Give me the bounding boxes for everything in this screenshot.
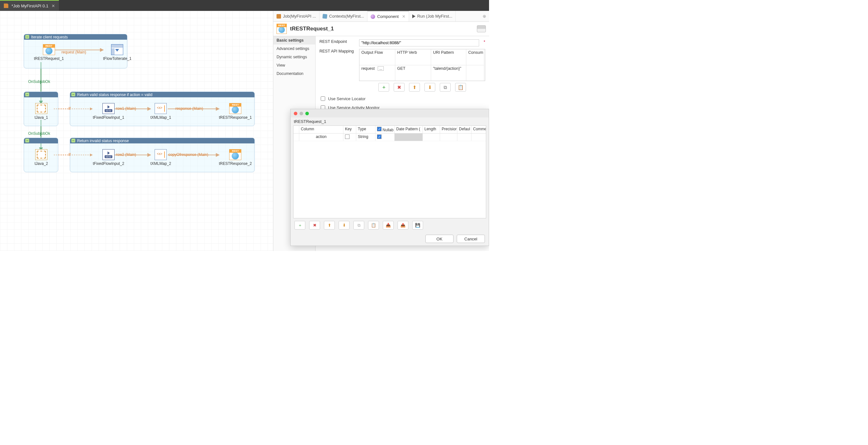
add-column-button[interactable]: ＋ — [294, 221, 305, 230]
paste-button[interactable]: 📋 — [368, 221, 379, 230]
job-canvas[interactable]: Iterate client requests tRESTRequest_1 t… — [0, 11, 273, 251]
nullable-cell[interactable] — [375, 134, 395, 141]
editor-tab-title: *Job MyFirstAPI 0.1 — [11, 3, 48, 8]
editor-tab-job[interactable]: *Job MyFirstAPI 0.1 ✕ — [0, 0, 59, 11]
paste-button[interactable]: 📋 — [455, 83, 466, 92]
import-button[interactable]: 📥 — [383, 221, 394, 230]
contexts-icon — [322, 14, 328, 19]
component-trestresponse-1[interactable]: tRESTResponse_1 — [219, 103, 252, 120]
nav-dynamic-settings[interactable]: Dynamic settings — [273, 53, 315, 61]
component-tjava-2[interactable]: tJava_2 — [35, 149, 48, 166]
nav-advanced-settings[interactable]: Advanced settings — [273, 44, 315, 53]
check-label: Use Service Locator — [328, 96, 366, 101]
tab-contexts[interactable]: Contexts(MyFirst... — [319, 11, 367, 22]
comment-cell[interactable] — [471, 134, 486, 141]
use-service-locator-row: Use Service Locator — [319, 95, 485, 102]
zoom-window-icon[interactable] — [305, 112, 309, 115]
rest-endpoint-input[interactable] — [359, 39, 479, 47]
component-tflowtoiterate-1[interactable]: tFlowToIterate_1 — [103, 44, 131, 61]
add-row-button[interactable]: ＋ — [378, 83, 389, 92]
table-cell[interactable]: "talend/{action}" — [431, 65, 466, 81]
job-icon — [4, 3, 8, 8]
component-label: tFixedFlowInput_2 — [93, 161, 124, 166]
table-header: Key — [343, 126, 356, 133]
move-down-button[interactable]: ⬇ — [425, 83, 435, 92]
table-cell[interactable]: request ... — [360, 65, 395, 81]
link-label-if-1: If — [68, 106, 71, 111]
table-header: HTTP Verb — [395, 49, 431, 65]
table-cell[interactable]: GET — [395, 65, 431, 81]
ellipsis-button[interactable]: ... — [378, 66, 384, 71]
api-mapping-table[interactable]: Output Flow HTTP Verb URI Pattern Consum… — [359, 49, 485, 81]
component-txmlmap-2[interactable]: tXMLMap_2 — [150, 149, 171, 166]
tab-component[interactable]: Component ✕ — [367, 11, 409, 22]
table-header: URI Pattern — [431, 49, 466, 65]
length-cell[interactable] — [423, 134, 440, 141]
field-label: REST API Mapping — [319, 49, 355, 54]
nav-basic-settings[interactable]: Basic settings — [273, 36, 315, 44]
precision-cell[interactable] — [440, 134, 457, 141]
column-cell[interactable]: action — [299, 134, 343, 141]
component-trestrequest-1[interactable]: tRESTRequest_1 — [34, 44, 64, 61]
component-label: tXMLMap_2 — [150, 161, 171, 166]
remove-column-button[interactable]: ✖ — [309, 221, 320, 230]
editor-tabs-bar: *Job MyFirstAPI 0.1 ✕ — [0, 0, 489, 11]
layout-toggle-icon[interactable] — [477, 25, 486, 32]
key-cell[interactable] — [343, 134, 356, 141]
nullable-check[interactable] — [377, 135, 381, 139]
xml-map-icon — [155, 149, 167, 160]
key-check[interactable] — [345, 135, 349, 139]
subjob-header — [24, 92, 58, 97]
move-up-button[interactable]: ⬆ — [409, 83, 420, 92]
minimize-window-icon[interactable] — [300, 112, 303, 115]
table-header: Consum — [466, 49, 484, 65]
schema-table[interactable]: Column Key Type Nullab Date Pattern ( Le… — [293, 125, 486, 218]
job-icon — [277, 14, 281, 19]
nav-documentation[interactable]: Documentation — [273, 69, 315, 78]
component-label: tRESTResponse_2 — [219, 161, 252, 166]
nullable-header-check[interactable] — [377, 127, 381, 131]
subjob-header: Return invalid status response — [70, 138, 254, 143]
save-button[interactable]: 💾 — [412, 221, 423, 230]
close-window-icon[interactable] — [294, 112, 297, 115]
table-header — [293, 126, 299, 133]
dialog-title-bar[interactable] — [290, 109, 489, 118]
rest-response-icon — [229, 149, 241, 160]
component-label: tRESTRequest_1 — [34, 56, 64, 61]
tab-run[interactable]: Run (Job MyFirst... — [409, 11, 456, 22]
component-tfixedflowinput-1[interactable]: 0232 tFixedFlowInput_1 — [93, 103, 124, 120]
cancel-button[interactable]: Cancel — [457, 235, 485, 243]
table-row[interactable]: action String — [293, 134, 486, 141]
xml-map-icon — [155, 103, 167, 114]
schema-dialog[interactable]: tRESTRequest_1 Column Key Type Nullab Da… — [290, 109, 489, 246]
date-pattern-cell[interactable] — [395, 134, 423, 141]
table-cell[interactable] — [466, 65, 484, 81]
default-cell[interactable] — [457, 134, 471, 141]
subjob-header: Return valid status response if action =… — [70, 92, 254, 97]
api-table-toolbar: ＋ ✖ ⬆ ⬇ ⧉ 📋 — [359, 81, 485, 93]
nav-view[interactable]: View — [273, 61, 315, 69]
subjob-header — [24, 138, 58, 143]
component-title-row: tRESTRequest_1 — [273, 22, 489, 36]
component-label: tXMLMap_1 — [150, 115, 171, 120]
table-header: Output Flow — [360, 49, 395, 65]
component-trestresponse-2[interactable]: tRESTResponse_2 — [219, 149, 252, 166]
copy-button[interactable]: ⧉ — [440, 83, 451, 92]
component-txmlmap-1[interactable]: tXMLMap_1 — [150, 103, 171, 120]
ok-button[interactable]: OK — [425, 235, 454, 243]
component-icon — [371, 14, 375, 19]
copy-button[interactable]: ⧉ — [353, 221, 364, 230]
move-down-button[interactable]: ⬇ — [339, 221, 349, 230]
use-service-locator-check[interactable] — [321, 96, 325, 101]
component-tfixedflowinput-2[interactable]: 0232 tFixedFlowInput_2 — [93, 149, 124, 166]
move-up-button[interactable]: ⬆ — [324, 221, 335, 230]
tab-job[interactable]: Job(MyFirstAPI ... — [273, 11, 319, 22]
close-icon[interactable]: ✕ — [402, 14, 405, 19]
type-cell[interactable]: String — [356, 134, 375, 141]
export-button[interactable]: 📤 — [398, 221, 408, 230]
close-icon[interactable]: ✕ — [52, 3, 55, 8]
add-tab-button[interactable]: ⊕ — [479, 14, 489, 19]
remove-row-button[interactable]: ✖ — [394, 83, 405, 92]
fixed-flow-icon: 0232 — [102, 103, 115, 114]
component-tjava-1[interactable]: tJava_1 — [35, 103, 48, 120]
